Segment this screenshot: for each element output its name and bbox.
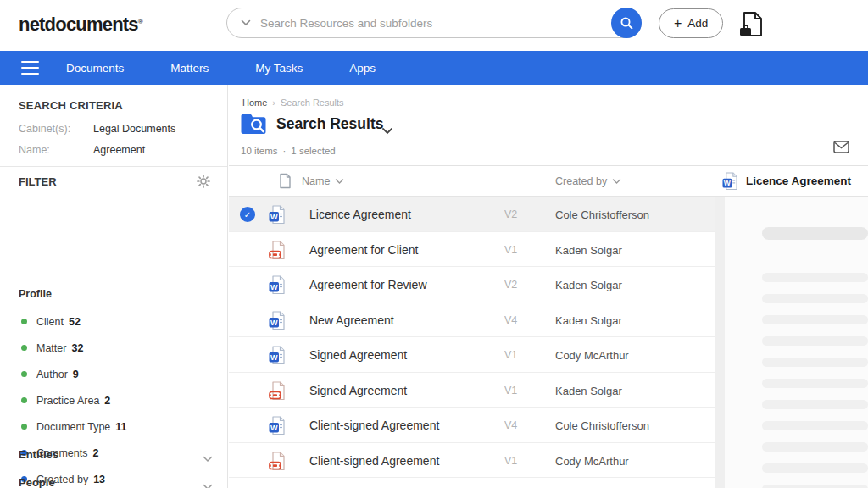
document-type-column-icon[interactable] [279,173,292,192]
sidebar-section-label: People [19,476,55,488]
top-header: netdocuments® ··· + Add [0,0,868,51]
breadcrumb-separator: › [272,97,275,108]
filter-group-title: Profile [19,288,52,300]
nav-item[interactable]: My Tasks [255,62,303,75]
file-type-icon: W [269,241,286,260]
nav-item[interactable]: Apps [349,62,376,75]
table-row[interactable]: ✓ W [229,443,715,479]
search-scope-chevron-icon[interactable] [241,19,251,26]
document-name[interactable]: Agreement for Client [309,243,418,257]
sidebar-sections: Entities People [0,441,227,488]
breadcrumb-home[interactable]: Home [242,97,267,108]
word-file-icon: W [269,311,286,330]
filter-item[interactable]: Matter 32 [0,335,227,361]
title-chevron-down-icon[interactable] [381,123,393,138]
skeleton-line [762,315,868,324]
skeleton-line [762,463,868,473]
table-header: Name Created by [229,166,715,197]
skeleton-line [762,421,868,430]
submit-document-icon[interactable] [739,11,765,38]
table-row[interactable]: ✓ W [229,232,715,268]
document-version: V1 [504,385,517,396]
page-title[interactable]: Search Results [276,115,383,133]
search-criteria-title: SEARCH CRITERIA [19,99,123,112]
search-results-folder-icon [240,112,267,136]
menu-hamburger-icon[interactable] [21,61,39,75]
word-file-icon: W [269,275,286,295]
criteria-row: Name: Agreement [0,140,227,161]
file-type-icon: W [269,275,286,295]
sidebar-section[interactable]: People [0,469,227,488]
criteria-value: Legal Documents [93,123,175,135]
document-name[interactable]: Client-signed Agreement [309,419,439,432]
filter-item[interactable]: Document Type 11 [0,413,227,440]
filter-item-label: Document Type [36,421,110,433]
filter-dot-icon [21,345,27,351]
document-version: V1 [504,244,517,256]
filter-item-count: 9 [73,369,79,380]
document-name[interactable]: Signed Agreement [309,384,407,397]
plus-icon: + [674,16,682,31]
svg-text:W: W [270,213,278,221]
email-envelope-icon[interactable] [833,141,849,157]
preview-panel: W Licence Agreement [715,166,868,488]
table-row[interactable]: ✓ W [229,267,715,302]
document-name[interactable]: New Agreement [309,313,394,327]
table-row[interactable]: ✓ W [229,373,715,408]
table-row[interactable]: ✓ W [229,337,715,373]
nav-item[interactable]: Documents [66,62,124,75]
search-button[interactable] [611,8,642,38]
sort-chevron-icon [335,179,344,185]
chevron-down-icon [203,451,213,466]
global-search-bar[interactable]: ··· [226,8,642,38]
criteria-row: Cabinet(s): Legal Documents [0,119,227,140]
chevron-down-icon [203,479,213,488]
word-file-icon: W [269,346,286,365]
selected-check-icon[interactable]: ✓ [240,207,255,222]
nav-item[interactable]: Matters [170,62,209,75]
left-sidebar: SEARCH CRITERIA Cabinet(s): Legal Docume… [0,85,228,488]
document-version: V1 [504,349,517,361]
table-row[interactable]: ✓ W [229,408,715,443]
document-name[interactable]: Signed Agreement [309,348,407,362]
document-created-by: Cody McArthur [555,455,629,468]
file-type-icon: W [269,346,286,365]
search-input[interactable] [260,17,611,30]
document-created-by: Cole Christofferson [555,208,649,221]
registered-mark: ® [138,18,143,25]
document-name[interactable]: Licence Agreement [309,208,411,221]
documents-table: Name Created by ✓ [229,166,715,488]
preview-panel-body [715,197,868,488]
column-header-name[interactable]: Name [302,175,344,187]
file-type-icon: W [269,381,286,401]
search-criteria-list: Cabinet(s): Legal Documents Name: Agreem… [0,119,227,161]
pdf-file-icon [269,241,286,260]
filter-title: FILTER [19,175,57,188]
sidebar-section[interactable]: Entities [0,441,227,469]
svg-text:W: W [724,179,732,187]
criteria-label: Name: [19,144,50,156]
skeleton-line [762,358,868,367]
filter-settings-gear-icon[interactable] [197,175,210,191]
table-row[interactable]: ✓ W [229,302,715,338]
skeleton-line [762,336,868,346]
filter-dot-icon [21,424,27,430]
document-created-by: Kaden Solgar [555,385,622,397]
items-info: 10 items · 1 selected [241,146,336,156]
document-created-by: Cole Christofferson [555,419,649,432]
filter-item[interactable]: Author 9 [0,361,227,387]
filter-item[interactable]: Practice Area 2 [0,387,227,413]
pdf-file-icon [269,381,286,401]
breadcrumb: Home › Search Results [242,97,344,108]
table-row[interactable]: ✓ W [229,197,715,232]
word-file-icon: W [269,205,286,225]
sidebar-divider [0,166,227,167]
scrollbar-track[interactable] [715,197,725,488]
file-type-icon: W [269,205,286,225]
filter-item-count: 2 [104,395,110,407]
column-header-created-by[interactable]: Created by [555,175,621,187]
add-button[interactable]: + Add [659,8,723,38]
filter-item[interactable]: Client 52 [0,308,227,335]
document-name[interactable]: Agreement for Review [309,278,427,291]
document-name[interactable]: Client-signed Agreement [309,454,439,468]
